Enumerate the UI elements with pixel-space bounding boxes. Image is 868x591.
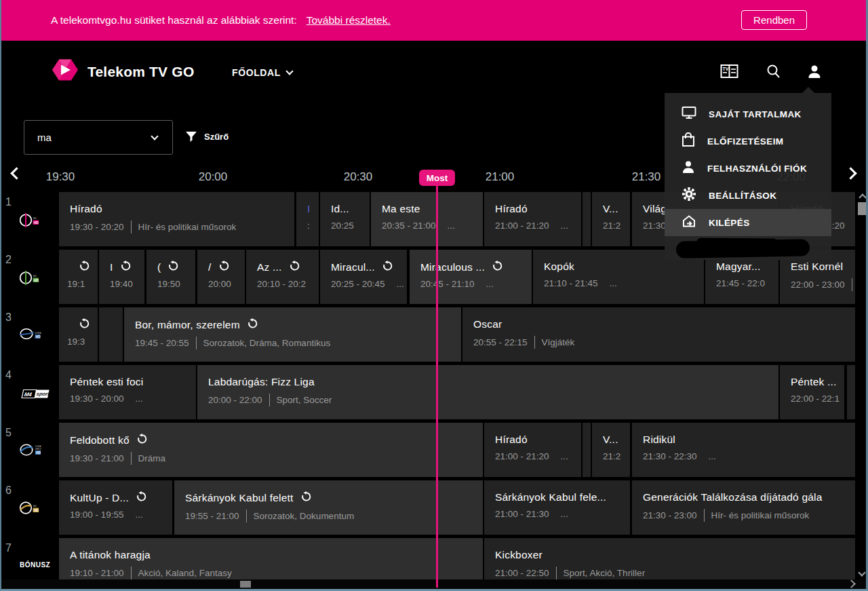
program-cell[interactable]: Generációk Találkozása díjátadó gála21:3… bbox=[632, 480, 855, 535]
program-meta: 19:3 bbox=[67, 337, 98, 347]
scrollbar-up-icon[interactable] bbox=[859, 193, 866, 201]
menu-item-felhaszn-l-i-fi-k[interactable]: FELHASZNÁLÓI FIÓK bbox=[665, 155, 831, 182]
bag-icon bbox=[682, 132, 695, 150]
program-cell[interactable]: V...21:2 bbox=[592, 423, 630, 477]
program-cell[interactable]: 19:1 bbox=[59, 250, 98, 304]
brand-title[interactable]: Telekom TV GO bbox=[87, 64, 194, 80]
channel-logo-duna[interactable]: DUNAHD bbox=[20, 326, 41, 345]
program-cell[interactable] bbox=[99, 307, 123, 362]
program-cell[interactable]: Híradó19:30 - 20:20Hír- és politikai műs… bbox=[59, 192, 294, 246]
profile-icon[interactable] bbox=[807, 64, 822, 82]
horizontal-scrollbar-thumb[interactable] bbox=[240, 581, 251, 588]
program-time: 21:30 bbox=[643, 221, 666, 231]
person-icon bbox=[682, 160, 695, 176]
program-cell[interactable]: Bor, mámor, szerelem19:45 - 20:55Sorozat… bbox=[124, 307, 461, 362]
program-meta: 21:2 bbox=[603, 221, 630, 231]
menu-item-be-ll-t-sok[interactable]: BEÁLLÍTÁSOK bbox=[665, 182, 831, 209]
program-cell[interactable]: Az ...20:10 - 20:2 bbox=[246, 250, 319, 304]
program-cell[interactable]: Ridikül21:30 - 22:30... bbox=[632, 423, 855, 477]
telekom-tvgo-logo-icon[interactable] bbox=[52, 58, 81, 88]
program-title: Oscar bbox=[473, 318, 855, 330]
program-meta: 21:00 - 22:50Sport, Akció, Thriller bbox=[495, 567, 855, 579]
day-select[interactable]: ma bbox=[24, 120, 173, 155]
filter-button[interactable]: Szűrő bbox=[186, 131, 229, 142]
epg-guide-icon[interactable]: TV bbox=[720, 63, 738, 82]
svg-text:HD: HD bbox=[34, 508, 39, 512]
program-title: Sárkányok Kabul fele... bbox=[495, 491, 630, 503]
program-meta: 22:00 - 22:1 bbox=[791, 394, 844, 404]
cookie-details-link[interactable]: További részletek. bbox=[307, 14, 391, 26]
program-title: Ridikül bbox=[643, 434, 855, 446]
channel-number: 3 bbox=[5, 311, 12, 324]
program-title: Feldobott kő bbox=[70, 434, 483, 446]
program-meta: 21:30 - 23:00Hír- és politikai műsorok bbox=[643, 509, 855, 522]
timeline-prev-icon[interactable] bbox=[10, 167, 22, 179]
program-cell[interactable]: Híradó21:00 - 21:20... bbox=[484, 423, 581, 477]
menu-item-kil-p-s[interactable]: KILÉPÉS bbox=[665, 209, 831, 236]
channel-logo-m5[interactable]: M5HD bbox=[20, 499, 40, 520]
replay-icon bbox=[382, 261, 393, 273]
program-cell[interactable]: Híradó21:00 - 21:20... bbox=[484, 192, 581, 246]
program-cell[interactable]: 2 bbox=[847, 365, 855, 419]
menu-item-el-fizet-seim[interactable]: ELŐFIZETÉSEIM bbox=[665, 128, 831, 155]
program-cell[interactable] bbox=[583, 423, 591, 477]
program-cell[interactable]: Miraculous ...20:45 - 21:10... bbox=[410, 250, 532, 304]
svg-text:HD: HD bbox=[36, 451, 41, 455]
program-meta: 19:10 - 21:00Akció, Kaland, Fantasy bbox=[70, 567, 483, 579]
program-cell[interactable]: Kickboxer21:00 - 22:50Sport, Akció, Thri… bbox=[484, 538, 855, 579]
program-cell[interactable]: Ma este20:35 - 21:00... bbox=[371, 192, 483, 246]
program-cell[interactable]: Sárkányok Kabul fele...21:00 - 21:30... bbox=[484, 480, 630, 535]
program-genre: ... bbox=[448, 221, 455, 231]
program-time: 19:30 - 20:00 bbox=[70, 394, 124, 404]
channel-logo-bonusz[interactable]: BÓNUSZ bbox=[20, 561, 50, 569]
program-cell[interactable]: Péntek esti foci19:30 - 20:00... bbox=[59, 365, 196, 419]
channel-number: 7 bbox=[5, 542, 12, 554]
channel-number: 1 bbox=[5, 196, 12, 208]
program-cell[interactable] bbox=[583, 192, 591, 246]
scrollbar-down-icon[interactable] bbox=[858, 569, 865, 576]
program-cell[interactable]: Miracul...20:25 - 20:45... bbox=[320, 250, 407, 304]
program-genre: Hír- és politikai műsorok bbox=[711, 510, 810, 520]
menu-item-saj-t-tartalmak[interactable]: SAJÁT TARTALMAK bbox=[665, 100, 831, 128]
program-cell[interactable]: V...21:2 bbox=[592, 192, 630, 246]
program-cell[interactable]: Id...20:25 bbox=[320, 192, 370, 246]
program-cell[interactable]: /20:00 bbox=[197, 250, 245, 304]
program-time: 21:00 - 21:30 bbox=[495, 509, 549, 519]
program-cell[interactable]: A titánok haragja19:10 - 21:00Akció, Kal… bbox=[59, 538, 483, 579]
channel-logo-m2[interactable]: M2HD bbox=[20, 269, 40, 290]
program-cell[interactable]: Péntek ...22:00 - 22:1 bbox=[780, 365, 844, 419]
program-genre: Vígjáték bbox=[542, 337, 575, 347]
horizontal-scrollbar[interactable] bbox=[1, 579, 867, 589]
replay-icon bbox=[218, 261, 229, 273]
program-meta: 22:00 - 23:00S bbox=[791, 278, 855, 291]
program-cell[interactable]: (19:50 bbox=[146, 250, 195, 304]
timeline-next-icon[interactable] bbox=[844, 167, 856, 179]
program-cell[interactable]: 19:3 bbox=[59, 307, 98, 362]
vertical-scrollbar-thumb[interactable] bbox=[858, 202, 867, 215]
channel-logo-m1[interactable]: M1HD bbox=[20, 211, 40, 232]
cookie-accept-button[interactable]: Rendben bbox=[741, 10, 807, 30]
program-meta: 21:2 bbox=[603, 451, 630, 461]
program-cell[interactable]: I: bbox=[296, 192, 319, 246]
program-title: Miracul... bbox=[331, 261, 407, 273]
program-title: V... bbox=[603, 434, 630, 446]
channel-logo-m4sport[interactable]: M4sport bbox=[20, 389, 51, 402]
program-meta: 19:40 bbox=[110, 279, 144, 289]
scrollbar-right-icon[interactable] bbox=[847, 579, 856, 588]
program-cell[interactable]: Oscar20:55 - 22:15Vígjáték bbox=[462, 307, 855, 362]
program-cell[interactable]: I19:40 bbox=[99, 250, 144, 304]
nav-fooldal[interactable]: FŐOLDAL bbox=[232, 67, 292, 78]
program-time: 19:10 - 21:00 bbox=[70, 568, 124, 578]
program-meta: 21:10 - 21:45... bbox=[544, 278, 704, 288]
program-cell[interactable]: Labdarúgás: Fizz Liga20:00 - 22:00Sport,… bbox=[197, 365, 778, 419]
program-cell[interactable]: KultUp - D...19:00 - 19:55... bbox=[59, 480, 172, 535]
program-meta: 19:30 - 20:00... bbox=[70, 394, 196, 404]
program-time: 21:30 - 23:00 bbox=[643, 510, 697, 520]
program-meta: 19:00 - 19:55... bbox=[70, 510, 172, 520]
replay-icon bbox=[167, 261, 178, 273]
channel-logo-dunaworld[interactable]: DUNAWRLDHD bbox=[20, 442, 43, 462]
program-cell[interactable]: Feldobott kő19:30 - 21:00Dráma bbox=[59, 423, 483, 477]
program-time: 21:00 - 21:20 bbox=[495, 451, 549, 461]
search-icon[interactable] bbox=[766, 64, 781, 82]
chevron-down-icon bbox=[285, 67, 293, 75]
